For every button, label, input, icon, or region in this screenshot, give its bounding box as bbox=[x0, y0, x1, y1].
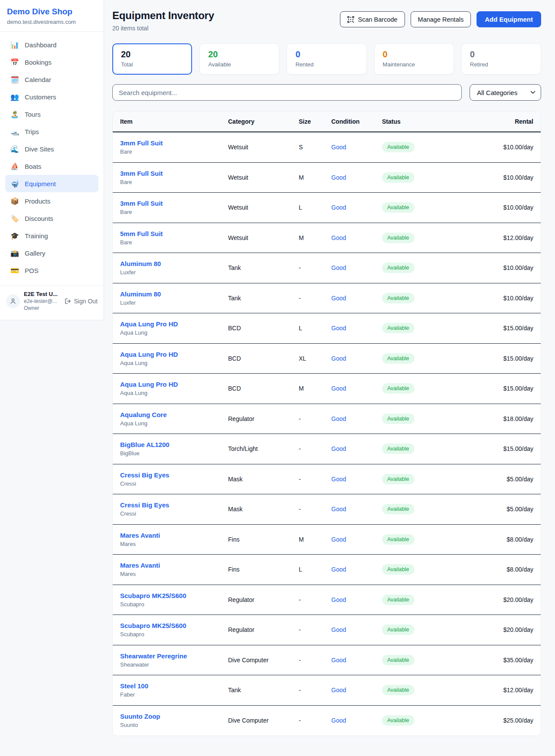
item-name-link[interactable]: Aqualung Core bbox=[120, 411, 228, 418]
sign-out-button[interactable]: Sign Out bbox=[64, 298, 98, 305]
condition-link[interactable]: Good bbox=[331, 144, 382, 151]
item-cell: Mares Avanti Mares bbox=[120, 532, 228, 547]
condition-link[interactable]: Good bbox=[331, 506, 382, 513]
item-name-link[interactable]: Cressi Big Eyes bbox=[120, 471, 228, 479]
nav-item-icon: 📦 bbox=[10, 197, 19, 205]
category-select[interactable]: All Categories bbox=[470, 84, 541, 101]
item-name-link[interactable]: 3mm Full Suit bbox=[120, 170, 228, 177]
item-name-link[interactable]: Aqua Lung Pro HD bbox=[120, 351, 228, 358]
stat-card-total[interactable]: 20 Total bbox=[112, 43, 192, 75]
sidebar-item-gallery[interactable]: 📸 Gallery bbox=[5, 244, 98, 262]
condition-link[interactable]: Good bbox=[331, 355, 382, 362]
status-cell: Available bbox=[382, 444, 462, 454]
item-brand: Cressi bbox=[120, 510, 228, 517]
condition-link[interactable]: Good bbox=[331, 596, 382, 603]
sidebar-item-dashboard[interactable]: 📊 Dashboard bbox=[5, 36, 98, 53]
sidebar-item-calendar[interactable]: 🗓️ Calendar bbox=[5, 71, 98, 88]
sidebar-item-tours[interactable]: 🏝️ Tours bbox=[5, 105, 98, 123]
category-cell: Fins bbox=[228, 536, 299, 543]
sidebar-item-training[interactable]: 🎓 Training bbox=[5, 227, 98, 244]
condition-link[interactable]: Good bbox=[331, 687, 382, 694]
stat-label: Maintenance bbox=[383, 61, 445, 68]
sidebar-item-pos[interactable]: 💳 POS bbox=[5, 262, 98, 279]
condition-link[interactable]: Good bbox=[331, 445, 382, 452]
item-name-link[interactable]: 5mm Full Suit bbox=[120, 230, 228, 237]
status-cell: Available bbox=[382, 172, 462, 183]
stat-card-available[interactable]: 20 Available bbox=[199, 43, 279, 75]
rental-cell: $15.00/day bbox=[462, 445, 533, 452]
status-cell: Available bbox=[382, 323, 462, 333]
manage-rentals-button[interactable]: Manage Rentals bbox=[411, 11, 471, 27]
condition-link[interactable]: Good bbox=[331, 295, 382, 302]
size-cell: XL bbox=[299, 355, 331, 362]
column-header-item: Item bbox=[120, 118, 228, 125]
size-cell: S bbox=[299, 144, 331, 151]
nav-item-icon: 👥 bbox=[10, 93, 19, 101]
condition-link[interactable]: Good bbox=[331, 204, 382, 211]
rental-cell: $10.00/day bbox=[462, 264, 533, 271]
rental-cell: $10.00/day bbox=[462, 174, 533, 181]
sidebar-item-equipment[interactable]: 🤿 Equipment bbox=[5, 175, 98, 192]
item-name-link[interactable]: Mares Avanti bbox=[120, 562, 228, 569]
item-name-link[interactable]: Scubapro MK25/S600 bbox=[120, 592, 228, 599]
item-name-link[interactable]: Steel 100 bbox=[120, 682, 228, 690]
nav-item-label: Discounts bbox=[25, 215, 53, 222]
nav-item-label: Dashboard bbox=[25, 41, 56, 49]
item-name-link[interactable]: 3mm Full Suit bbox=[120, 139, 228, 147]
condition-link[interactable]: Good bbox=[331, 626, 382, 633]
filter-row: All Categories bbox=[112, 84, 541, 101]
search-input[interactable] bbox=[112, 84, 462, 101]
condition-link[interactable]: Good bbox=[331, 476, 382, 483]
condition-link[interactable]: Good bbox=[331, 566, 382, 573]
condition-link[interactable]: Good bbox=[331, 536, 382, 543]
rental-cell: $35.00/day bbox=[462, 657, 533, 664]
condition-link[interactable]: Good bbox=[331, 385, 382, 392]
item-name-link[interactable]: Mares Avanti bbox=[120, 532, 228, 539]
scan-barcode-button[interactable]: Scan Barcode bbox=[340, 11, 405, 27]
column-header-rental: Rental bbox=[462, 118, 533, 125]
sidebar-item-dive-sites[interactable]: 🌊 Dive Sites bbox=[5, 140, 98, 158]
item-name-link[interactable]: Shearwater Peregrine bbox=[120, 652, 228, 660]
status-cell: Available bbox=[382, 685, 462, 695]
stat-card-rented[interactable]: 0 Rented bbox=[287, 43, 366, 75]
sidebar-item-discounts[interactable]: 🏷️ Discounts bbox=[5, 210, 98, 227]
condition-link[interactable]: Good bbox=[331, 657, 382, 664]
status-badge: Available bbox=[382, 685, 415, 695]
brand-title[interactable]: Demo Dive Shop bbox=[7, 7, 97, 16]
condition-link[interactable]: Good bbox=[331, 264, 382, 271]
item-cell: Aqualung Core Aqua Lung bbox=[120, 411, 228, 427]
status-badge: Available bbox=[382, 142, 415, 152]
sidebar-item-bookings[interactable]: 📅 Bookings bbox=[5, 53, 98, 71]
condition-link[interactable]: Good bbox=[331, 234, 382, 241]
page-title-block: Equipment Inventory 20 items total bbox=[112, 10, 214, 32]
brand-domain: demo.test.divestreams.com bbox=[7, 19, 97, 25]
item-name-link[interactable]: Aqua Lung Pro HD bbox=[120, 320, 228, 328]
size-cell: M bbox=[299, 536, 331, 543]
item-name-link[interactable]: Suunto Zoop bbox=[120, 713, 228, 720]
category-cell: Regulator bbox=[228, 415, 299, 422]
sidebar-item-trips[interactable]: 🛥️ Trips bbox=[5, 123, 98, 140]
item-name-link[interactable]: Aluminum 80 bbox=[120, 290, 228, 298]
item-name-link[interactable]: BigBlue AL1200 bbox=[120, 441, 228, 448]
sidebar-item-products[interactable]: 📦 Products bbox=[5, 192, 98, 210]
item-name-link[interactable]: Scubapro MK25/S600 bbox=[120, 622, 228, 629]
item-name-link[interactable]: Cressi Big Eyes bbox=[120, 501, 228, 509]
main-content: Equipment Inventory 20 items total Sca bbox=[104, 0, 555, 745]
item-brand: Bare bbox=[120, 209, 228, 215]
item-name-link[interactable]: Aqua Lung Pro HD bbox=[120, 381, 228, 388]
sidebar-item-customers[interactable]: 👥 Customers bbox=[5, 88, 98, 105]
item-name-link[interactable]: Aluminum 80 bbox=[120, 260, 228, 267]
item-cell: Aqua Lung Pro HD Aqua Lung bbox=[120, 381, 228, 396]
item-name-link[interactable]: 3mm Full Suit bbox=[120, 200, 228, 207]
condition-link[interactable]: Good bbox=[331, 415, 382, 422]
nav-item-label: POS bbox=[25, 267, 39, 274]
stat-card-maintenance[interactable]: 0 Maintenance bbox=[374, 43, 454, 75]
condition-link[interactable]: Good bbox=[331, 325, 382, 332]
condition-link[interactable]: Good bbox=[331, 174, 382, 181]
item-brand: Aqua Lung bbox=[120, 360, 228, 366]
add-equipment-button[interactable]: Add Equipment bbox=[477, 11, 541, 27]
item-cell: Aluminum 80 Luxfer bbox=[120, 260, 228, 276]
sidebar-item-boats[interactable]: ⛵ Boats bbox=[5, 158, 98, 175]
condition-link[interactable]: Good bbox=[331, 717, 382, 724]
stat-card-retired[interactable]: 0 Retired bbox=[461, 43, 541, 75]
